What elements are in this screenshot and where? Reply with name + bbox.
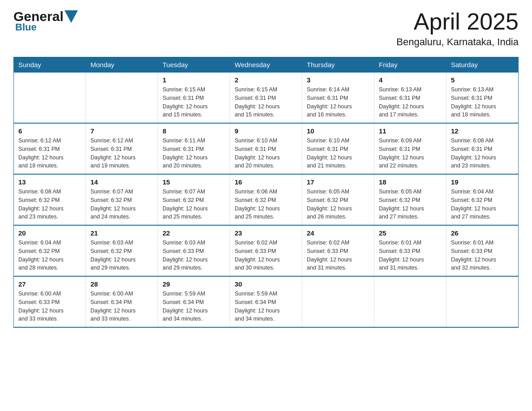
calendar-cell: 25Sunrise: 6:01 AM Sunset: 6:33 PM Dayli… (374, 225, 446, 276)
day-info: Sunrise: 6:05 AM Sunset: 6:32 PM Dayligh… (379, 188, 442, 221)
day-number: 23 (235, 229, 297, 237)
calendar-cell: 9Sunrise: 6:10 AM Sunset: 6:31 PM Daylig… (230, 123, 302, 174)
day-info: Sunrise: 6:09 AM Sunset: 6:31 PM Dayligh… (379, 137, 442, 170)
calendar-cell: 14Sunrise: 6:07 AM Sunset: 6:32 PM Dayli… (86, 174, 158, 225)
day-number: 24 (307, 229, 369, 237)
day-number: 25 (379, 229, 442, 237)
day-number: 8 (163, 127, 225, 135)
day-number: 3 (307, 76, 369, 84)
page-header: General Blue April 2025 Bengaluru, Karna… (13, 9, 519, 48)
day-info: Sunrise: 6:06 AM Sunset: 6:32 PM Dayligh… (235, 188, 297, 221)
week-row-4: 20Sunrise: 6:04 AM Sunset: 6:32 PM Dayli… (14, 225, 519, 276)
day-number: 2 (235, 76, 297, 84)
header-tuesday: Tuesday (158, 57, 230, 73)
calendar-cell (86, 73, 158, 124)
day-number: 28 (90, 280, 153, 288)
calendar-cell: 22Sunrise: 6:03 AM Sunset: 6:33 PM Dayli… (158, 225, 230, 276)
day-number: 17 (307, 178, 369, 186)
calendar-cell: 24Sunrise: 6:02 AM Sunset: 6:33 PM Dayli… (302, 225, 374, 276)
header-friday: Friday (374, 57, 446, 73)
day-number: 22 (163, 229, 225, 237)
day-number: 20 (18, 229, 81, 237)
day-info: Sunrise: 6:02 AM Sunset: 6:33 PM Dayligh… (235, 239, 297, 272)
header-saturday: Saturday (446, 57, 519, 73)
day-info: Sunrise: 6:11 AM Sunset: 6:31 PM Dayligh… (163, 137, 225, 170)
day-number: 29 (163, 280, 225, 288)
header-monday: Monday (86, 57, 158, 73)
day-info: Sunrise: 6:03 AM Sunset: 6:33 PM Dayligh… (163, 239, 225, 272)
calendar-cell: 27Sunrise: 6:00 AM Sunset: 6:33 PM Dayli… (14, 276, 86, 327)
calendar-cell: 21Sunrise: 6:03 AM Sunset: 6:32 PM Dayli… (86, 225, 158, 276)
calendar-cell: 11Sunrise: 6:09 AM Sunset: 6:31 PM Dayli… (374, 123, 446, 174)
day-number: 11 (379, 127, 442, 135)
week-row-5: 27Sunrise: 6:00 AM Sunset: 6:33 PM Dayli… (14, 276, 519, 327)
calendar-cell: 13Sunrise: 6:08 AM Sunset: 6:32 PM Dayli… (14, 174, 86, 225)
calendar-cell: 1Sunrise: 6:15 AM Sunset: 6:31 PM Daylig… (158, 73, 230, 124)
calendar-cell (446, 276, 519, 327)
day-info: Sunrise: 6:10 AM Sunset: 6:31 PM Dayligh… (235, 137, 297, 170)
day-number: 27 (18, 280, 81, 288)
day-info: Sunrise: 6:07 AM Sunset: 6:32 PM Dayligh… (90, 188, 153, 221)
day-number: 7 (90, 127, 153, 135)
day-info: Sunrise: 6:07 AM Sunset: 6:32 PM Dayligh… (163, 188, 225, 221)
calendar-title: April 2025 (396, 9, 519, 34)
day-number: 1 (163, 76, 225, 84)
day-number: 26 (451, 229, 514, 237)
header-wednesday: Wednesday (230, 57, 302, 73)
day-info: Sunrise: 5:59 AM Sunset: 6:34 PM Dayligh… (163, 290, 225, 323)
header-thursday: Thursday (302, 57, 374, 73)
calendar-cell: 29Sunrise: 5:59 AM Sunset: 6:34 PM Dayli… (158, 276, 230, 327)
day-info: Sunrise: 6:08 AM Sunset: 6:31 PM Dayligh… (451, 137, 514, 170)
day-info: Sunrise: 6:04 AM Sunset: 6:32 PM Dayligh… (451, 188, 514, 221)
calendar-cell: 26Sunrise: 6:01 AM Sunset: 6:33 PM Dayli… (446, 225, 519, 276)
day-info: Sunrise: 6:01 AM Sunset: 6:33 PM Dayligh… (379, 239, 442, 272)
calendar-cell: 3Sunrise: 6:14 AM Sunset: 6:31 PM Daylig… (302, 73, 374, 124)
day-info: Sunrise: 6:13 AM Sunset: 6:31 PM Dayligh… (379, 86, 442, 119)
calendar-cell (302, 276, 374, 327)
calendar-cell: 7Sunrise: 6:12 AM Sunset: 6:31 PM Daylig… (86, 123, 158, 174)
day-number: 10 (307, 127, 369, 135)
day-info: Sunrise: 6:15 AM Sunset: 6:31 PM Dayligh… (235, 86, 297, 119)
day-number: 30 (235, 280, 297, 288)
calendar-cell: 16Sunrise: 6:06 AM Sunset: 6:32 PM Dayli… (230, 174, 302, 225)
day-info: Sunrise: 6:14 AM Sunset: 6:31 PM Dayligh… (307, 86, 369, 119)
day-info: Sunrise: 6:03 AM Sunset: 6:32 PM Dayligh… (90, 239, 153, 272)
day-number: 12 (451, 127, 514, 135)
calendar-cell: 15Sunrise: 6:07 AM Sunset: 6:32 PM Dayli… (158, 174, 230, 225)
day-info: Sunrise: 6:15 AM Sunset: 6:31 PM Dayligh… (163, 86, 225, 119)
day-info: Sunrise: 6:05 AM Sunset: 6:32 PM Dayligh… (307, 188, 369, 221)
logo: General Blue (13, 9, 79, 33)
day-info: Sunrise: 6:00 AM Sunset: 6:34 PM Dayligh… (90, 290, 153, 323)
day-info: Sunrise: 6:12 AM Sunset: 6:31 PM Dayligh… (90, 137, 153, 170)
week-row-1: 1Sunrise: 6:15 AM Sunset: 6:31 PM Daylig… (14, 73, 519, 124)
day-number: 6 (18, 127, 81, 135)
calendar-table: SundayMondayTuesdayWednesdayThursdayFrid… (13, 57, 519, 328)
day-number: 14 (90, 178, 153, 186)
week-row-3: 13Sunrise: 6:08 AM Sunset: 6:32 PM Dayli… (14, 174, 519, 225)
day-number: 15 (163, 178, 225, 186)
day-number: 21 (90, 229, 153, 237)
day-info: Sunrise: 6:01 AM Sunset: 6:33 PM Dayligh… (451, 239, 514, 272)
calendar-cell: 18Sunrise: 6:05 AM Sunset: 6:32 PM Dayli… (374, 174, 446, 225)
day-info: Sunrise: 6:13 AM Sunset: 6:31 PM Dayligh… (451, 86, 514, 119)
header-sunday: Sunday (14, 57, 86, 73)
calendar-cell: 4Sunrise: 6:13 AM Sunset: 6:31 PM Daylig… (374, 73, 446, 124)
calendar-cell: 10Sunrise: 6:10 AM Sunset: 6:31 PM Dayli… (302, 123, 374, 174)
calendar-cell: 12Sunrise: 6:08 AM Sunset: 6:31 PM Dayli… (446, 123, 519, 174)
day-number: 5 (451, 76, 514, 84)
day-number: 9 (235, 127, 297, 135)
day-number: 18 (379, 178, 442, 186)
title-section: April 2025 Bengaluru, Karnataka, India (396, 9, 519, 48)
day-info: Sunrise: 6:10 AM Sunset: 6:31 PM Dayligh… (307, 137, 369, 170)
svg-marker-0 (64, 10, 78, 23)
calendar-cell: 30Sunrise: 5:59 AM Sunset: 6:34 PM Dayli… (230, 276, 302, 327)
day-info: Sunrise: 6:02 AM Sunset: 6:33 PM Dayligh… (307, 239, 369, 272)
calendar-subtitle: Bengaluru, Karnataka, India (396, 36, 519, 48)
day-number: 16 (235, 178, 297, 186)
calendar-cell: 23Sunrise: 6:02 AM Sunset: 6:33 PM Dayli… (230, 225, 302, 276)
day-info: Sunrise: 6:08 AM Sunset: 6:32 PM Dayligh… (18, 188, 81, 221)
day-info: Sunrise: 5:59 AM Sunset: 6:34 PM Dayligh… (235, 290, 297, 323)
day-info: Sunrise: 6:12 AM Sunset: 6:31 PM Dayligh… (18, 137, 81, 170)
day-info: Sunrise: 6:04 AM Sunset: 6:32 PM Dayligh… (18, 239, 81, 272)
calendar-cell: 28Sunrise: 6:00 AM Sunset: 6:34 PM Dayli… (86, 276, 158, 327)
